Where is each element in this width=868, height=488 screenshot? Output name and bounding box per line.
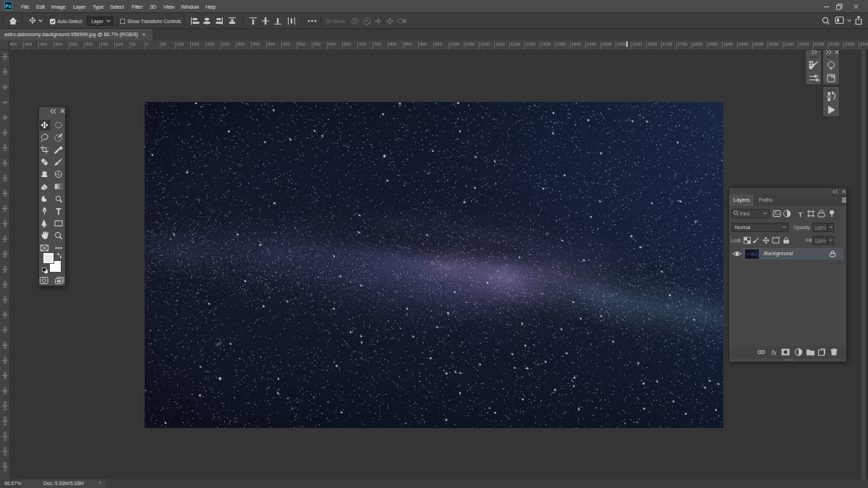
svg-text:3D Mode:: 3D Mode: [326,19,346,24]
svg-text:fx: fx [771,349,777,356]
svg-text:Show Transform Controls: Show Transform Controls [127,19,182,24]
svg-text:Layer: Layer [91,19,103,25]
svg-text:T: T [56,207,61,217]
svg-text:T: T [799,211,803,218]
svg-text:Auto-Select:: Auto-Select: [57,19,83,24]
